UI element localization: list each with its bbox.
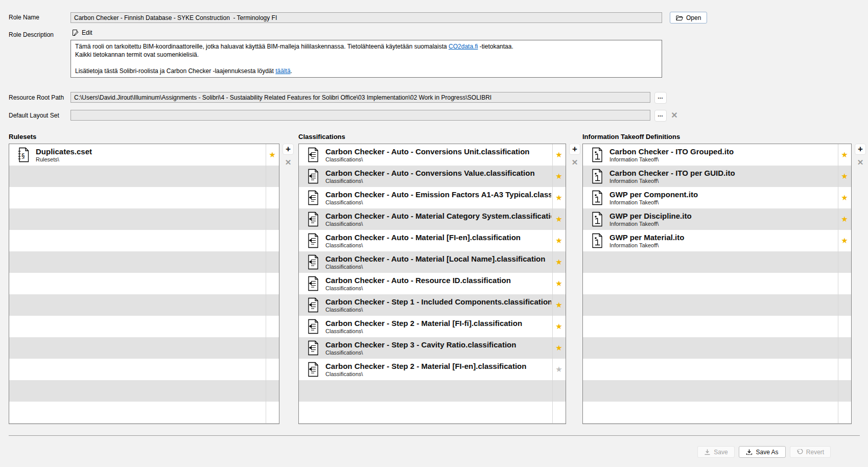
classification-doc-icon bbox=[307, 297, 319, 313]
favorite-star-icon[interactable]: ★ bbox=[554, 171, 564, 181]
item-name: GWP per Discipline.ito bbox=[609, 212, 837, 221]
item-name: Duplicates.cset bbox=[36, 147, 265, 156]
favorite-star-icon[interactable]: ★ bbox=[554, 236, 564, 246]
ito-doc-icon bbox=[591, 212, 603, 227]
classification-doc-icon bbox=[307, 169, 319, 184]
item-name: Carbon Checker - ITO per GUID.ito bbox=[609, 169, 837, 178]
list-item[interactable]: Carbon Checker - Auto - Conversions Unit… bbox=[299, 144, 566, 166]
role-description-label: Role Description bbox=[9, 31, 54, 38]
save-button[interactable]: Save bbox=[697, 446, 735, 458]
list-item[interactable]: Carbon Checker - Auto - Material Categor… bbox=[299, 208, 566, 230]
ito-remove-button[interactable]: ✕ bbox=[855, 157, 866, 168]
list-item[interactable]: Carbon Checker - Step 2 - Material [FI-f… bbox=[299, 316, 566, 337]
classifications-panel: Carbon Checker - Auto - Conversions Unit… bbox=[298, 144, 566, 424]
edit-button[interactable]: Edit bbox=[69, 28, 95, 38]
list-item[interactable]: Carbon Checker - ITO Grouped.itoInformat… bbox=[583, 144, 851, 166]
role-name-input[interactable]: Carbon Checker - Finnish Database - SYKE… bbox=[71, 12, 662, 23]
item-path: Information Takeoff\ bbox=[609, 199, 837, 206]
open-button-label: Open bbox=[686, 14, 701, 21]
rulesets-add-button[interactable]: + bbox=[283, 144, 294, 155]
ito-panel-title: Information Takeoff Definitions bbox=[582, 133, 680, 141]
rulesets-remove-button[interactable]: ✕ bbox=[283, 157, 294, 168]
save-as-button[interactable]: Save As bbox=[739, 446, 786, 458]
list-item[interactable]: Carbon Checker - Step 1 - Included Compo… bbox=[299, 294, 566, 316]
item-path: Classifications\ bbox=[325, 221, 551, 227]
list-item[interactable]: GWP per Material.itoInformation Takeoff\… bbox=[583, 230, 851, 251]
favorite-star-icon[interactable]: ★ bbox=[554, 193, 564, 203]
list-item[interactable]: Carbon Checker - Auto - Material [Local … bbox=[299, 251, 566, 273]
role-name-label: Role Name bbox=[9, 14, 39, 21]
co2data-link[interactable]: CO2data.fi bbox=[449, 43, 478, 50]
item-name: Carbon Checker - Auto - Material [Local … bbox=[325, 254, 551, 264]
item-path: Classifications\ bbox=[325, 349, 551, 356]
list-item[interactable]: GWP per Component.itoInformation Takeoff… bbox=[583, 187, 851, 208]
item-path: Classifications\ bbox=[325, 242, 551, 249]
save-as-icon bbox=[746, 449, 753, 455]
list-item[interactable]: §Duplicates.csetRulesets\★ bbox=[9, 144, 279, 166]
favorite-star-icon[interactable]: ★ bbox=[554, 300, 564, 310]
item-name: Carbon Checker - Auto - Material Categor… bbox=[325, 212, 551, 221]
taalta-link[interactable]: täältä bbox=[275, 67, 290, 75]
list-item[interactable]: Carbon Checker - Auto - Conversions Valu… bbox=[299, 166, 566, 187]
favorite-star-icon[interactable]: ★ bbox=[554, 257, 564, 267]
item-name: Carbon Checker - Auto - Conversions Valu… bbox=[325, 169, 551, 178]
classification-doc-icon bbox=[307, 233, 319, 248]
favorite-star-icon[interactable]: ★ bbox=[554, 364, 564, 375]
ito-doc-icon bbox=[591, 169, 603, 184]
favorite-column-divider bbox=[266, 144, 266, 424]
favorite-column-divider bbox=[838, 144, 838, 424]
default-layout-set-browse-button[interactable]: ••• bbox=[654, 110, 667, 122]
list-item[interactable]: Carbon Checker - Step 3 - Cavity Ratio.c… bbox=[299, 337, 566, 359]
list-item[interactable]: Carbon Checker - Auto - Material [FI-en]… bbox=[299, 230, 566, 251]
item-path: Information Takeoff\ bbox=[609, 156, 837, 163]
item-name: Carbon Checker - Step 2 - Material [FI-f… bbox=[325, 319, 551, 328]
default-layout-set-input[interactable] bbox=[71, 110, 650, 121]
item-name: Carbon Checker - Auto - Material [FI-en]… bbox=[325, 233, 551, 242]
revert-button-label: Revert bbox=[806, 449, 824, 456]
item-name: Carbon Checker - Step 2 - Material [FI-e… bbox=[325, 362, 551, 371]
favorite-star-icon[interactable]: ★ bbox=[267, 150, 277, 160]
list-item[interactable]: GWP per Discipline.itoInformation Takeof… bbox=[583, 208, 851, 230]
ito-doc-icon bbox=[591, 147, 603, 162]
favorite-column-divider bbox=[552, 144, 553, 424]
favorite-star-icon[interactable]: ★ bbox=[839, 214, 850, 224]
list-item[interactable]: Carbon Checker - Auto - Resource ID.clas… bbox=[299, 273, 566, 294]
ito-add-button[interactable]: + bbox=[855, 144, 866, 155]
ruleset-doc-icon: § bbox=[17, 147, 30, 162]
classifications-add-button[interactable]: + bbox=[569, 144, 580, 155]
resource-root-path-input[interactable]: C:\Users\David.Jirout\Illuminum\Assignme… bbox=[71, 92, 650, 103]
classifications-remove-button[interactable]: ✕ bbox=[569, 157, 580, 168]
classifications-panel-title: Classifications bbox=[298, 133, 345, 141]
open-button[interactable]: Open bbox=[670, 12, 707, 24]
item-name: Carbon Checker - ITO Grouped.ito bbox=[609, 147, 837, 156]
description-line-2: Kaikki tietokannan termit ovat suomenkie… bbox=[75, 51, 658, 59]
favorite-star-icon[interactable]: ★ bbox=[839, 171, 850, 181]
favorite-star-icon[interactable]: ★ bbox=[554, 321, 564, 332]
classification-doc-icon bbox=[307, 147, 319, 162]
favorite-star-icon[interactable]: ★ bbox=[554, 214, 564, 224]
favorite-star-icon[interactable]: ★ bbox=[554, 343, 564, 353]
resource-root-path-browse-button[interactable]: ••• bbox=[654, 92, 667, 104]
favorite-star-icon[interactable]: ★ bbox=[554, 150, 564, 160]
edit-button-label: Edit bbox=[82, 29, 92, 36]
favorite-star-icon[interactable]: ★ bbox=[839, 150, 850, 160]
item-path: Information Takeoff\ bbox=[609, 178, 837, 184]
list-item[interactable]: Carbon Checker - ITO per GUID.itoInforma… bbox=[583, 166, 851, 187]
favorite-star-icon[interactable]: ★ bbox=[839, 193, 850, 203]
classification-doc-icon bbox=[307, 190, 319, 205]
item-path: Classifications\ bbox=[325, 307, 551, 313]
item-path: Classifications\ bbox=[325, 328, 551, 335]
favorite-star-icon[interactable]: ★ bbox=[554, 278, 564, 289]
default-layout-set-clear-icon[interactable]: ✕ bbox=[669, 110, 679, 120]
item-name: GWP per Component.ito bbox=[609, 190, 837, 199]
footer-divider bbox=[9, 435, 860, 436]
classification-doc-icon bbox=[307, 340, 319, 356]
item-name: Carbon Checker - Step 1 - Included Compo… bbox=[325, 297, 551, 307]
revert-button[interactable]: Revert bbox=[790, 446, 831, 458]
list-item[interactable]: Carbon Checker - Auto - Emission Factors… bbox=[299, 187, 566, 208]
favorite-star-icon[interactable]: ★ bbox=[839, 236, 850, 246]
list-item[interactable]: Carbon Checker - Step 2 - Material [FI-e… bbox=[299, 359, 566, 380]
svg-text:§: § bbox=[21, 152, 25, 160]
description-line-1: Tämä rooli on tarkoitettu BIM-koordinaat… bbox=[75, 42, 658, 51]
item-path: Classifications\ bbox=[325, 371, 551, 378]
